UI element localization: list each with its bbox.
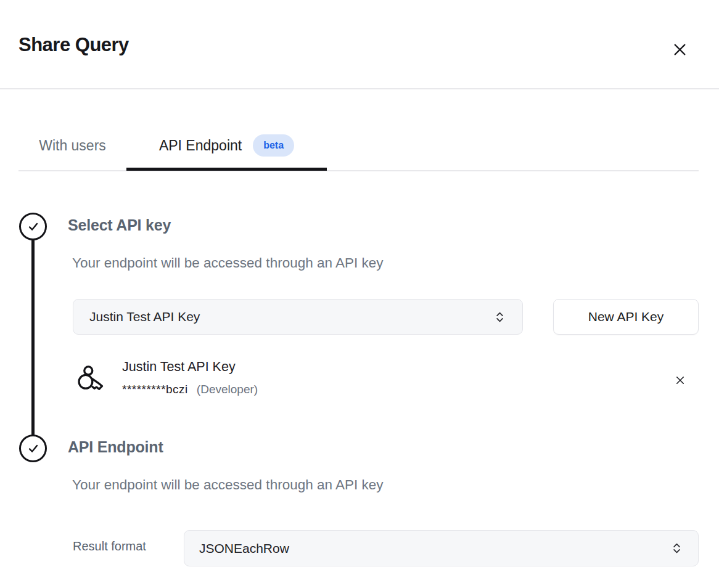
active-tab-underline <box>126 168 327 171</box>
tab-with-users-label: With users <box>39 137 106 154</box>
step-1-description: Your endpoint will be accessed through a… <box>72 255 384 271</box>
step-2-description: Your endpoint will be accessed through a… <box>72 477 384 493</box>
tabbar-border <box>18 170 699 171</box>
step-1-title: Select API key <box>68 216 171 234</box>
check-circle-icon <box>27 442 40 455</box>
key-icon <box>75 364 105 394</box>
close-icon <box>672 41 688 58</box>
chevrons-up-down-icon <box>670 542 683 555</box>
x-icon <box>675 375 686 386</box>
modal-close-button[interactable] <box>668 38 691 61</box>
step-2-title: API Endpoint <box>68 438 163 456</box>
selected-key-details: *********bczi (Developer) <box>122 383 258 396</box>
tab-api-endpoint[interactable]: API Endpoint beta <box>126 121 327 170</box>
modal-title: Share Query <box>18 34 129 56</box>
step-2-complete-indicator <box>19 435 47 462</box>
result-format-select[interactable]: JSONEachRow <box>184 530 699 566</box>
api-key-select[interactable]: Justin Test API Key <box>73 299 523 335</box>
step-1-complete-indicator <box>19 213 47 240</box>
result-format-label: Result format <box>73 539 146 553</box>
header-divider <box>0 88 719 89</box>
beta-badge: beta <box>253 134 294 157</box>
result-format-select-value: JSONEachRow <box>199 541 289 556</box>
selected-key-masked-value: *********bczi <box>122 383 188 396</box>
selected-key-role: (Developer) <box>197 383 258 396</box>
check-circle-icon <box>27 220 40 234</box>
stepper-connector-line <box>31 239 35 436</box>
remove-key-button[interactable] <box>671 371 689 390</box>
selected-key-name: Justin Test API Key <box>122 359 236 375</box>
chevrons-up-down-icon <box>493 311 506 324</box>
new-api-key-button[interactable]: New API Key <box>553 299 699 335</box>
api-key-select-value: Justin Test API Key <box>89 309 200 324</box>
tab-with-users[interactable]: With users <box>18 121 126 170</box>
tab-api-endpoint-label: API Endpoint <box>159 137 242 154</box>
